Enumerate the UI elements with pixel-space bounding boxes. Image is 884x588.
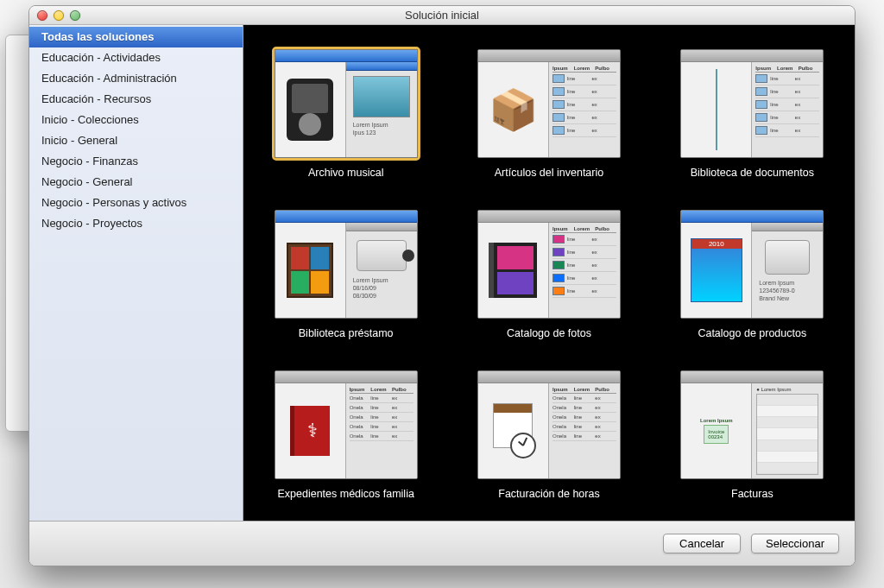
template-thumbnail: Lorem IpsumIpus 123 <box>275 49 418 158</box>
template-thumbnail: IpsumLoremPulbo lineex lineex lineex lin… <box>477 210 621 319</box>
sidebar-item-business-finance[interactable]: Negocio - Finanzas <box>29 151 243 172</box>
sidebar-item-education-activities[interactable]: Educación - Actividades <box>29 47 243 68</box>
sidebar-item-business-people-assets[interactable]: Negocio - Personas y activos <box>29 193 243 213</box>
template-label: Facturas <box>731 488 774 500</box>
template-label: Artículos del inventario <box>495 167 603 179</box>
template-thumbnail: ⚕ IpsumLoremPulbo Onelalineex Onelalinee… <box>275 370 418 479</box>
sidebar-item-business-projects[interactable]: Negocio - Proyectos <box>29 213 243 234</box>
sidebar-item-all-solutions[interactable]: Todas las soluciones <box>29 27 243 47</box>
dialog-footer: Cancelar Seleccionar <box>29 521 855 566</box>
starter-solution-dialog: Solución inicial Todas las soluciones Ed… <box>28 5 856 566</box>
sidebar-item-home-general[interactable]: Inicio - General <box>29 130 243 151</box>
sidebar-item-business-general[interactable]: Negocio - General <box>29 172 243 193</box>
template-thumbnail: Lorem Ipsum Invoice00234 ● Lorem Ipsum <box>680 370 824 479</box>
template-biblioteca-documentos[interactable]: IpsumLoremPulbo lineex lineex lineex lin… <box>667 49 837 179</box>
template-label: Catalogo de productos <box>698 327 806 339</box>
template-facturas[interactable]: Lorem Ipsum Invoice00234 ● Lorem Ipsum F… <box>667 370 837 500</box>
dialog-content: Todas las soluciones Educación - Activid… <box>29 25 855 521</box>
sidebar-item-education-resources[interactable]: Educación - Recursos <box>29 89 243 110</box>
photo-album-icon <box>489 243 537 298</box>
medical-book-icon: ⚕ <box>290 406 330 456</box>
printer-icon <box>765 240 810 275</box>
template-expedientes-medicos[interactable]: ⚕ IpsumLoremPulbo Onelalineex Onelalinee… <box>261 370 431 500</box>
product-card-icon: 2010 <box>691 238 742 302</box>
boxes-icon: 📦 <box>489 86 538 133</box>
template-label: Facturación de horas <box>498 488 599 500</box>
select-button[interactable]: Seleccionar <box>751 534 839 553</box>
template-label: Catalogo de fotos <box>507 327 591 339</box>
titlebar[interactable]: Solución inicial <box>29 6 855 25</box>
template-catalogo-productos[interactable]: 2010 Lorem Ipsum123456789-0Brand New Cat… <box>667 210 837 339</box>
clock-icon <box>510 433 536 458</box>
template-biblioteca-prestamo[interactable]: Lorem Ipsum08/16/0908/30/09 Biblioteca p… <box>261 210 431 339</box>
projector-icon <box>357 240 407 271</box>
window-title: Solución inicial <box>29 9 855 22</box>
document-icon <box>716 69 717 150</box>
cancel-button[interactable]: Cancelar <box>663 534 741 553</box>
template-facturacion-horas[interactable]: IpsumLoremPulbo Onelalineex Onelalineex … <box>464 370 634 500</box>
template-label: Biblioteca préstamo <box>299 327 394 339</box>
template-thumbnail: Lorem Ipsum08/16/0908/30/09 <box>275 210 418 319</box>
template-label: Archivo musical <box>308 167 384 179</box>
category-sidebar: Todas las soluciones Educación - Activid… <box>29 25 243 521</box>
sidebar-item-home-collections[interactable]: Inicio - Colecciones <box>29 110 243 130</box>
template-thumbnail: 2010 Lorem Ipsum123456789-0Brand New <box>680 210 824 319</box>
template-archivo-musical[interactable]: Lorem IpsumIpus 123 Archivo musical <box>261 49 431 179</box>
template-thumbnail: IpsumLoremPulbo Onelalineex Onelalineex … <box>477 370 621 479</box>
sidebar-item-education-administration[interactable]: Educación - Administración <box>29 68 243 89</box>
template-articulos-inventario[interactable]: 📦 IpsumLoremPulbo lineex lineex lineex l… <box>464 49 634 179</box>
template-thumbnail: IpsumLoremPulbo lineex lineex lineex lin… <box>680 49 824 158</box>
template-thumbnail: 📦 IpsumLoremPulbo lineex lineex lineex l… <box>477 49 621 158</box>
bookshelf-icon <box>287 243 333 298</box>
template-label: Expedientes médicos familia <box>277 488 414 500</box>
mp3-player-icon <box>287 79 333 141</box>
template-gallery[interactable]: Lorem IpsumIpus 123 Archivo musical 📦 Ip… <box>243 25 855 521</box>
template-label: Biblioteca de documentos <box>691 167 814 179</box>
template-catalogo-fotos[interactable]: IpsumLoremPulbo lineex lineex lineex lin… <box>464 210 634 339</box>
